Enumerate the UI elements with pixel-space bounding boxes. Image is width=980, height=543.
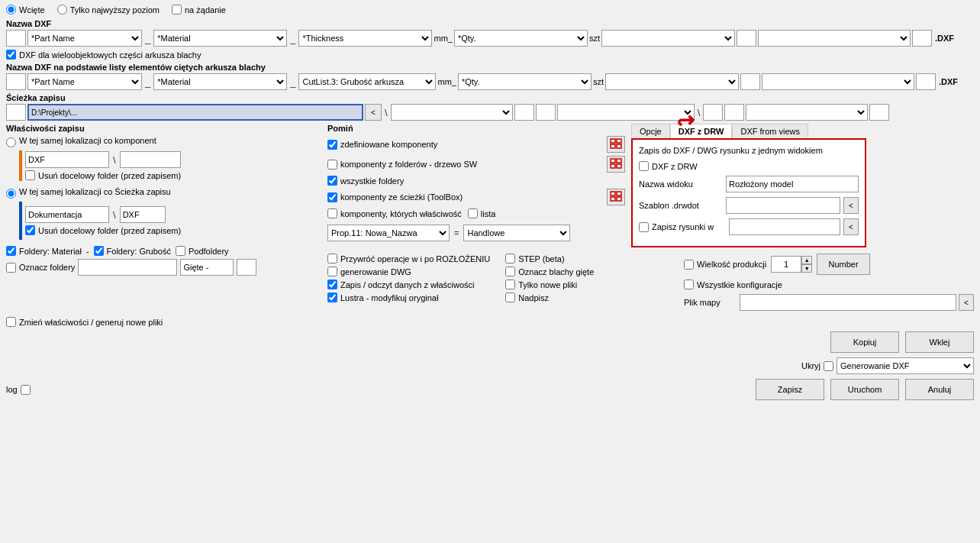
- dxf-input-1[interactable]: DXF: [25, 151, 109, 168]
- checkbox-oznacz[interactable]: Oznacz foldery: [6, 263, 75, 273]
- qty-select2[interactable]: *Qty.: [458, 73, 592, 90]
- dxf-box1: [6, 30, 26, 47]
- dxf-box4: [6, 73, 26, 90]
- wielkosc-input[interactable]: 1: [771, 256, 801, 273]
- dxf-box2: [737, 30, 756, 47]
- pomin-btn-3[interactable]: [607, 189, 625, 205]
- radio-lokalizacja-2[interactable]: [6, 189, 16, 199]
- cb-lustra[interactable]: Lustra - modyfikuj oryginał: [327, 293, 490, 302]
- cb-tylko-nowe[interactable]: Tylko nowe pliki: [505, 280, 594, 289]
- prop-select[interactable]: Prop.11: Nowa_Nazwa: [327, 225, 450, 241]
- subfolder-input-2[interactable]: DXF: [120, 206, 166, 223]
- nazwa-dxf-lista-title: Nazwa DXF na podstawie listy elementów c…: [6, 63, 974, 72]
- handlowe-select[interactable]: Handlowe: [463, 225, 570, 241]
- cutlist-select[interactable]: CutList.3: Grubość arkusza: [298, 73, 436, 90]
- log-checkbox[interactable]: [21, 385, 31, 395]
- uruchom-btn[interactable]: Uruchom: [830, 379, 899, 400]
- checkbox-zapisz[interactable]: Zapisz rysunki w: [639, 222, 726, 232]
- spin-up[interactable]: ▲: [801, 256, 812, 264]
- anuluj-btn[interactable]: Anuluj: [905, 379, 974, 400]
- plik-mapy-row: Plik mapy <: [684, 294, 974, 311]
- extra-select1b[interactable]: [758, 30, 911, 47]
- cb-step[interactable]: STEP (beta): [505, 254, 594, 263]
- kopiuj-wklej-row: Kopiuj Wklej: [6, 331, 974, 353]
- subfolder-input-1[interactable]: [120, 151, 181, 168]
- usun-label-1: Usuń docelowy folder (przed zapisem): [38, 171, 181, 180]
- checkbox-foldery-material[interactable]: Foldery: Materiał: [6, 246, 82, 256]
- radio-loc2-label: W tej samej lokalizacji co Ścieżka zapis…: [19, 187, 181, 196]
- radio-wciete[interactable]: Wcięte: [6, 5, 45, 15]
- action-row: log Zapisz Uruchom Anuluj: [6, 379, 974, 400]
- checkbox-podfoldery[interactable]: Podfoldery: [176, 246, 229, 256]
- radio-lokalizacja-1[interactable]: [6, 137, 16, 147]
- dxf-box3: [912, 30, 932, 47]
- cb-przywroc[interactable]: Przywróć operacje w i po ROZŁOŻENIU: [327, 254, 490, 263]
- wielkosc-row: Wielkość produkcji 1 ▲ ▼ Number: [684, 254, 974, 275]
- extra-select1[interactable]: [601, 30, 735, 47]
- eq-label: =: [454, 228, 459, 238]
- qty-select1[interactable]: *Qty.: [454, 30, 588, 47]
- plik-mapy-btn[interactable]: <: [959, 294, 974, 311]
- part-name-select1[interactable]: *Part Name: [27, 30, 142, 47]
- wklej-btn[interactable]: Wklej: [905, 331, 974, 353]
- material-select1[interactable]: *Material: [153, 30, 287, 47]
- dxf-drw-panel: Zapis do DXF / DWG rysunku z jednym wido…: [631, 138, 866, 247]
- oznacz-input[interactable]: [78, 259, 177, 276]
- pomin-btn-1[interactable]: [607, 156, 625, 173]
- cb-oznacz-blachy[interactable]: Oznacz blachy gięte: [505, 267, 594, 276]
- cb-wielkosc[interactable]: Wielkość produkcji: [684, 260, 766, 270]
- path-arrow-btn[interactable]: <: [365, 104, 382, 121]
- szablon-input[interactable]: [726, 197, 840, 214]
- cb-zmien-wlasciwosci[interactable]: Zmień właściwości / generuj nowe pliki: [6, 317, 974, 327]
- cb-generowanie-dwg[interactable]: generowanie DWG: [327, 267, 490, 276]
- number-btn[interactable]: Number: [817, 254, 870, 275]
- log-label: log: [6, 385, 18, 394]
- path-box2: [514, 104, 534, 121]
- checkbox-na-zadanie[interactable]: na żądanie: [172, 5, 226, 15]
- radio-loc1-label: W tej samej lokalizacji co komponent: [19, 136, 181, 145]
- wielkosc-label: Wielkość produkcji: [697, 260, 766, 269]
- checkbox-wieloobjektowe[interactable]: DXF dla wieloobjektowych części arkusza …: [6, 50, 974, 60]
- zapisz-input[interactable]: [729, 218, 840, 235]
- thickness-select1[interactable]: *Thickness: [298, 30, 432, 47]
- cb-nadpisz[interactable]: Nadpisz: [505, 293, 594, 302]
- giete-input[interactable]: Gięte -: [180, 259, 234, 276]
- zapisz-browse-btn[interactable]: <: [843, 218, 859, 235]
- dxf-input-2[interactable]: Dokumentacja: [25, 206, 109, 223]
- extra-select2[interactable]: [605, 73, 739, 90]
- path-select2[interactable]: [557, 104, 695, 121]
- path-select1[interactable]: [391, 104, 513, 121]
- pomin-item-3: komponenty ze ścieżki (ToolBox): [327, 189, 625, 205]
- checkbox-usun-2[interactable]: Usuń docelowy folder (przed zapisem): [25, 225, 181, 235]
- zapisz-btn[interactable]: Zapisz: [756, 379, 824, 400]
- dxf-ext1: .DXF: [933, 34, 956, 43]
- pomin-btn-0[interactable]: [607, 136, 625, 153]
- part-name-select2[interactable]: *Part Name: [27, 73, 142, 90]
- pomin-title: Pomiń: [327, 124, 625, 133]
- checkbox-usun-1[interactable]: Usuń docelowy folder (przed zapisem): [25, 170, 181, 180]
- cb-zapis-odczyt[interactable]: Zapis / odczyt danych z właściwości: [327, 280, 490, 289]
- path-box3: [536, 104, 556, 121]
- kopiuj-btn[interactable]: Kopiuj: [830, 331, 899, 353]
- checkbox-dxf-drw[interactable]: DXF z DRW: [639, 161, 698, 171]
- ukryj-checkbox[interactable]: [824, 361, 833, 371]
- checkbox-foldery-grubosc[interactable]: Foldery: Grubość: [94, 246, 171, 256]
- spin-down[interactable]: ▼: [801, 264, 812, 273]
- material-select2[interactable]: *Material: [153, 73, 287, 90]
- extra-select2b[interactable]: [762, 73, 914, 90]
- sep3: _: [143, 76, 152, 88]
- loc-box-1: W tej samej lokalizacji co komponent DXF…: [6, 136, 323, 181]
- generowanie-select[interactable]: Generowanie DXF: [837, 357, 974, 374]
- path-select3[interactable]: [746, 104, 868, 121]
- tab-dxf-from-views[interactable]: DXF from views: [732, 124, 808, 138]
- tabs-bar: Opcje DXF z DRW DXF from views: [631, 124, 866, 138]
- path-box5: [724, 104, 744, 121]
- radio-tylko[interactable]: Tylko najwyższy poziom: [57, 5, 160, 15]
- szablon-browse-btn[interactable]: <: [843, 197, 859, 214]
- cb-wszystkie-konfiguracje[interactable]: Wszystkie konfiguracje: [684, 280, 974, 289]
- path-input[interactable]: D:\Projekty\... (path hidden) ...: [27, 104, 363, 121]
- plik-mapy-input[interactable]: [740, 294, 956, 311]
- pomin-item-2[interactable]: wszystkie foldery: [327, 176, 625, 186]
- nazwa-widoku-input[interactable]: Rozłożony model: [726, 176, 859, 192]
- tab-opcje[interactable]: Opcje: [631, 124, 670, 138]
